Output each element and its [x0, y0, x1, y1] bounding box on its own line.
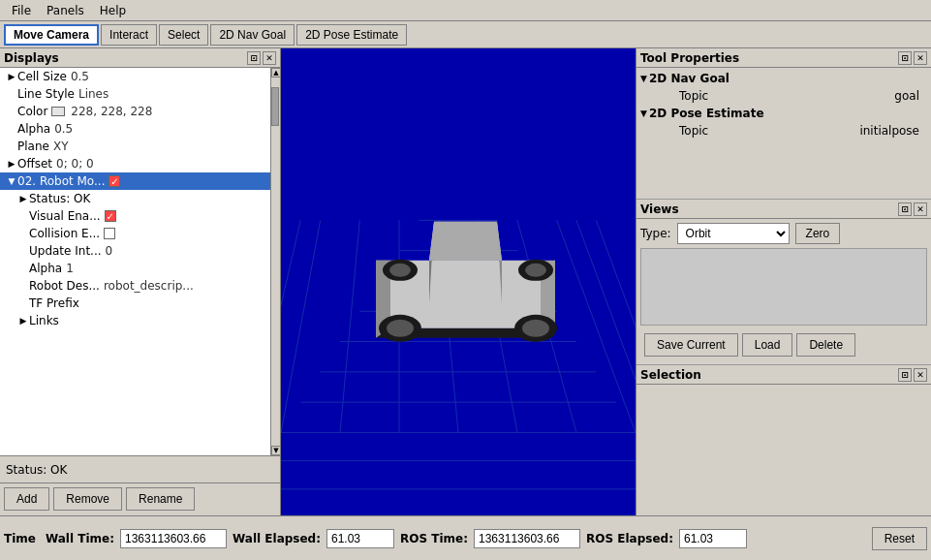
add-button[interactable]: Add [4, 487, 49, 511]
views-content: Type: Orbit FPS Top-down Ortho Zero Save… [636, 219, 931, 364]
label-links: Links [29, 314, 59, 327]
wall-time-label: Wall Time: [46, 532, 114, 545]
views-type-select[interactable]: Orbit FPS Top-down Ortho [677, 223, 790, 244]
delete-btn[interactable]: Delete [796, 333, 855, 357]
nav-goal-topic-value: goal [894, 89, 927, 103]
scroll-thumb[interactable] [271, 87, 279, 126]
ros-elapsed-input[interactable] [679, 529, 747, 548]
tree-row-alpha[interactable]: Alpha 0.5 [0, 120, 270, 138]
tree-row-alpha2[interactable]: Alpha 1 [0, 260, 270, 277]
sel-icon-2[interactable]: ✕ [914, 368, 927, 382]
selection-section: Selection ⊡ ✕ [636, 365, 931, 515]
value-linestyle: Lines [78, 87, 109, 101]
svg-line-18 [281, 220, 300, 432]
panel-icon-2[interactable]: ✕ [263, 51, 276, 65]
toolbar-2d-pose-estimate[interactable]: 2D Pose Estimate [296, 24, 407, 46]
displays-title: Displays [4, 51, 59, 65]
tool-properties-title: Tool Properties [640, 51, 739, 65]
tree-row-robot-des[interactable]: Robot Des... robot_descrip... [0, 277, 270, 295]
reset-button[interactable]: Reset [872, 527, 927, 550]
ros-elapsed-label: ROS Elapsed: [586, 532, 673, 545]
views-buttons: Save Current Load Delete [640, 329, 927, 360]
label-cellsize: Cell Size [17, 70, 67, 83]
arrow-offset: ▶ [6, 158, 17, 170]
label-color: Color [17, 105, 47, 118]
rename-button[interactable]: Rename [126, 487, 195, 511]
svg-point-34 [389, 264, 411, 277]
checkbox-robotmodel[interactable]: ✓ [109, 175, 120, 187]
tree-row-color[interactable]: Color 228, 228, 228 [0, 103, 270, 120]
checkbox-visual-ena[interactable]: ✓ [105, 210, 116, 222]
save-current-btn[interactable]: Save Current [644, 333, 738, 357]
label-visual-ena: Visual Ena... [29, 209, 101, 223]
tree-row-update-int[interactable]: Update Int... 0 [0, 242, 270, 260]
toolbar-select[interactable]: Select [159, 24, 208, 46]
displays-tree: ▶ Cell Size 0.5 Line Style Lines Color [0, 68, 270, 455]
selection-icons: ⊡ ✕ [898, 368, 927, 382]
tool-properties-header: Tool Properties ⊡ ✕ [636, 48, 931, 68]
3d-viewport[interactable] [281, 48, 636, 515]
scroll-down-btn[interactable]: ▼ [271, 446, 280, 455]
tree-row-visual-ena[interactable]: Visual Ena... ✓ [0, 207, 270, 225]
toolbar-interact[interactable]: Interact [101, 24, 157, 46]
nav-goal-topic-row: Topic goal [636, 87, 931, 105]
ros-time-input[interactable] [474, 529, 580, 548]
value-cellsize: 0.5 [71, 70, 89, 83]
load-btn[interactable]: Load [742, 333, 793, 357]
pose-estimate-topic-value: initialpose [859, 124, 927, 138]
tree-row-robotmodel[interactable]: ▼ 02. Robot Mo... ✓ [0, 172, 270, 190]
nav-goal-label: 2D Nav Goal [649, 72, 729, 85]
left-status-bar: Status: OK [0, 455, 280, 482]
nav-goal-row: ▼ 2D Nav Goal [636, 70, 931, 87]
views-icon-1[interactable]: ⊡ [898, 202, 912, 216]
views-header: Views ⊡ ✕ [636, 200, 931, 219]
label-robotmodel: 02. Robot Mo... [17, 174, 105, 188]
pose-estimate-row: ▼ 2D Pose Estimate [636, 105, 931, 122]
tree-row-collision[interactable]: Collision E... [0, 225, 270, 242]
pose-estimate-label: 2D Pose Estimate [649, 107, 764, 120]
wall-time-input[interactable] [120, 529, 227, 548]
menu-file[interactable]: File [4, 2, 39, 19]
views-icon-2[interactable]: ✕ [914, 202, 927, 216]
svg-line-8 [281, 220, 321, 432]
arrow-links: ▶ [17, 315, 29, 327]
views-area [640, 248, 927, 326]
pose-estimate-topic-label: Topic [679, 124, 708, 138]
remove-button[interactable]: Remove [53, 487, 122, 511]
scroll-up-btn[interactable]: ▲ [271, 68, 280, 78]
tool-properties-icons: ⊡ ✕ [898, 51, 927, 65]
tree-row-links[interactable]: ▶ Links [0, 312, 270, 329]
robot-model [347, 169, 570, 375]
label-linestyle: Line Style [17, 87, 75, 101]
toolbar-2d-nav-goal[interactable]: 2D Nav Goal [210, 24, 295, 46]
views-section: Views ⊡ ✕ Type: Orbit FPS Top-down Ortho… [636, 200, 931, 365]
tree-row-offset[interactable]: ▶ Offset 0; 0; 0 [0, 155, 270, 172]
sel-icon-1[interactable]: ⊡ [898, 368, 912, 382]
tree-row-linestyle[interactable]: Line Style Lines [0, 85, 270, 103]
tree-row-status[interactable]: ▶ Status: OK [0, 190, 270, 207]
views-zero-btn[interactable]: Zero [795, 223, 841, 244]
svg-marker-28 [429, 222, 502, 261]
tree-row-plane[interactable]: Plane XY [0, 138, 270, 155]
checkbox-collision[interactable] [104, 228, 115, 239]
tp-icon-2[interactable]: ✕ [914, 51, 927, 65]
views-type-row: Type: Orbit FPS Top-down Ortho Zero [640, 223, 927, 244]
value-offset: 0; 0; 0 [56, 157, 94, 171]
label-status: Status: OK [29, 192, 90, 205]
tp-icon-1[interactable]: ⊡ [898, 51, 912, 65]
nav-goal-arrow: ▼ [640, 74, 647, 83]
nav-goal-topic-label: Topic [679, 89, 708, 103]
tree-row-tfprefix[interactable]: TF Prefix [0, 295, 270, 312]
panel-icon-1[interactable]: ⊡ [247, 51, 261, 65]
displays-scrollbar[interactable]: ▲ ▼ [270, 68, 280, 455]
value-robot-des: robot_descrip... [104, 279, 194, 293]
label-alpha: Alpha [17, 122, 50, 136]
bottom-bar: Time Wall Time: Wall Elapsed: ROS Time: … [0, 515, 931, 560]
toolbar-move-camera[interactable]: Move Camera [4, 24, 99, 46]
robot-svg [347, 169, 570, 372]
menu-panels[interactable]: Panels [39, 2, 92, 19]
menu-help[interactable]: Help [92, 2, 134, 19]
wall-elapsed-input[interactable] [326, 529, 394, 548]
tree-row-cellsize[interactable]: ▶ Cell Size 0.5 [0, 68, 270, 85]
ros-time-label: ROS Time: [400, 532, 468, 545]
